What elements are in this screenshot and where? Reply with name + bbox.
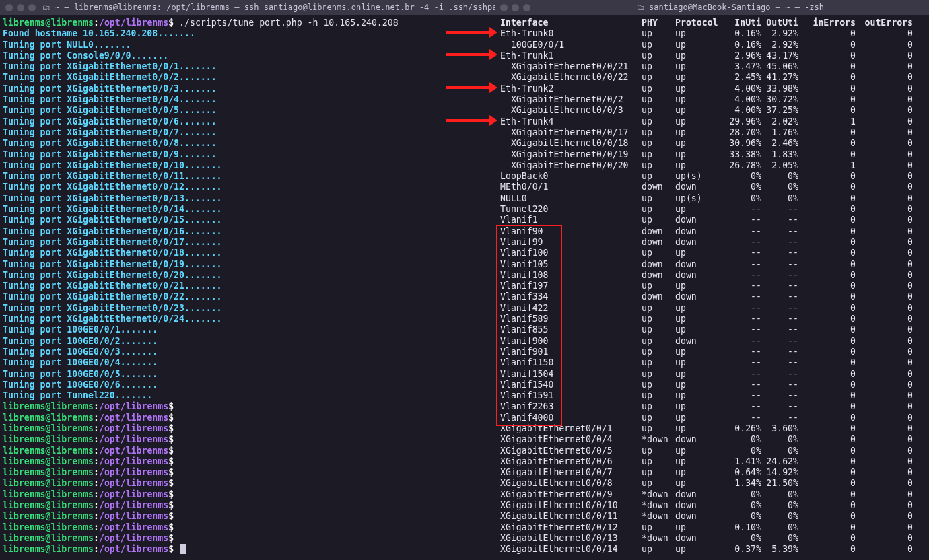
cell-outerrors: 0: [856, 28, 913, 39]
cell-interface: XGigabitEthernet0/0/12: [497, 522, 642, 533]
cell-inerrors: 0: [798, 511, 856, 522]
cell-outerrors: 0: [856, 303, 913, 314]
cell-inuti: 0.37%: [722, 544, 761, 555]
minimize-icon[interactable]: [17, 4, 24, 11]
cell-inuti: 29.96%: [722, 116, 761, 127]
cell-interface: XGigabitEthernet0/0/11: [497, 511, 642, 522]
cell-protocol: up(s): [675, 171, 722, 182]
cell-outerrors: 0: [856, 357, 913, 368]
title-text-right: santiago@MacBook-Santiago — ~ — -zsh: [649, 2, 824, 13]
cell-outerrors: 0: [856, 467, 913, 478]
table-row: XGigabitEthernet0/0/14upup0.37%5.39%00: [497, 544, 926, 555]
table-row: Vlanif855upup----00: [497, 324, 926, 335]
cell-phy: up: [642, 171, 675, 182]
cell-outerrors: 0: [856, 61, 913, 72]
cell-outerrors: 0: [856, 281, 913, 291]
cell-outerrors: 0: [856, 182, 913, 193]
terminal-output-right[interactable]: InterfacePHYProtocolInUtiOutUtiinErrorso…: [495, 15, 929, 558]
cell-oututi: 2.92%: [761, 40, 798, 50]
table-row: XGigabitEthernet0/0/17upup28.70%1.76%00: [497, 127, 926, 138]
cell-outerrors: 0: [856, 314, 913, 324]
cell-phy: up: [642, 94, 675, 105]
cell-protocol: up: [675, 94, 722, 105]
cell-protocol: up: [675, 369, 722, 380]
cell-inerrors: 0: [798, 401, 856, 412]
window-controls[interactable]: [5, 4, 36, 11]
cell-protocol: up: [675, 357, 722, 368]
cell-outerrors: 0: [856, 83, 913, 94]
cell-interface: Eth-Trunk2: [497, 83, 642, 94]
title-text-left: ~ — librenms@librenms: /opt/librenms — s…: [55, 2, 495, 13]
cell-inerrors: 0: [798, 303, 856, 314]
cell-oututi: --: [761, 226, 798, 237]
minimize-icon[interactable]: [512, 4, 519, 11]
cell-phy: down: [642, 226, 675, 237]
terminal-right-pane[interactable]: 🗂 santiago@MacBook-Santiago — ~ — -zsh I…: [495, 0, 929, 560]
table-row: XGigabitEthernet0/0/8upup1.34%21.50%00: [497, 478, 926, 489]
titlebar-right: 🗂 santiago@MacBook-Santiago — ~ — -zsh: [495, 0, 929, 15]
cell-phy: up: [642, 28, 675, 39]
table-row: Vlanif1504upup----00: [497, 369, 926, 380]
annotation-arrow-icon: [446, 83, 497, 92]
cell-outerrors: 0: [856, 259, 913, 270]
cell-inuti: 4.00%: [722, 83, 761, 94]
cell-inuti: 30.96%: [722, 138, 761, 149]
cell-inuti: 2.96%: [722, 50, 761, 61]
window-controls[interactable]: [500, 4, 530, 11]
cell-protocol: up: [675, 324, 722, 335]
cell-inuti: --: [722, 357, 761, 368]
cell-oututi: 1.76%: [761, 127, 798, 138]
table-row: Eth-Trunk2upup4.00%33.98%00: [497, 83, 926, 94]
cell-interface: Vlanif108: [497, 270, 642, 281]
terminal-left-pane[interactable]: 🗂 ~ — librenms@librenms: /opt/librenms —…: [0, 0, 495, 560]
cell-inerrors: 0: [798, 182, 856, 193]
cell-inuti: --: [722, 291, 761, 302]
cell-inerrors: 0: [798, 336, 856, 347]
cell-outerrors: 0: [856, 50, 913, 61]
cell-protocol: down: [675, 500, 722, 511]
cell-protocol: up: [675, 72, 722, 83]
cell-oututi: --: [761, 204, 798, 215]
cell-phy: up: [642, 467, 675, 478]
cell-outerrors: 0: [856, 456, 913, 467]
cell-inuti: --: [722, 248, 761, 258]
zoom-icon[interactable]: [523, 4, 530, 11]
table-row: XGigabitEthernet0/0/13*downdown0%0%00: [497, 533, 926, 544]
cell-protocol: up: [675, 149, 722, 160]
cell-inuti: 26.78%: [722, 160, 761, 171]
cell-outerrors: 0: [856, 533, 913, 544]
cell-interface: XGigabitEthernet0/0/4: [497, 434, 642, 445]
terminal-output-left[interactable]: librenms@librenms:/opt/librenms$ ./scrip…: [0, 15, 495, 558]
cell-interface: NULL0: [497, 193, 642, 204]
close-icon[interactable]: [500, 4, 508, 11]
cell-outerrors: 0: [856, 413, 913, 423]
cell-oututi: 14.92%: [761, 467, 798, 478]
cell-inerrors: 0: [798, 413, 856, 423]
cell-protocol: down: [675, 489, 722, 500]
cell-inerrors: 0: [798, 171, 856, 182]
cell-protocol: up: [675, 281, 722, 291]
cell-inuti: --: [722, 380, 761, 390]
close-icon[interactable]: [5, 4, 13, 11]
cell-phy: up: [642, 446, 675, 456]
cell-inuti: 1.34%: [722, 478, 761, 489]
table-row: Vlanif334downdown----00: [497, 291, 926, 302]
cell-interface: Eth-Trunk1: [497, 50, 642, 61]
cell-protocol: up: [675, 303, 722, 314]
cell-interface: Vlanif99: [497, 237, 642, 248]
cell-phy: up: [642, 204, 675, 215]
cell-protocol: up: [675, 478, 722, 489]
cell-inerrors: 1: [798, 116, 856, 127]
cell-inuti: 0.26%: [722, 423, 761, 434]
cell-oututi: 0%: [761, 489, 798, 500]
cell-interface: XGigabitEthernet0/0/5: [497, 446, 642, 456]
cell-protocol: up: [675, 204, 722, 215]
table-row: Vlanif900updown----00: [497, 336, 926, 347]
cell-oututi: --: [761, 413, 798, 423]
cell-interface: Vlanif1540: [497, 380, 642, 390]
cell-inerrors: 0: [798, 500, 856, 511]
zoom-icon[interactable]: [28, 4, 36, 11]
cell-phy: up: [642, 413, 675, 423]
cell-oututi: --: [761, 369, 798, 380]
table-row: Eth-Trunk1upup2.96%43.17%00: [497, 50, 926, 61]
